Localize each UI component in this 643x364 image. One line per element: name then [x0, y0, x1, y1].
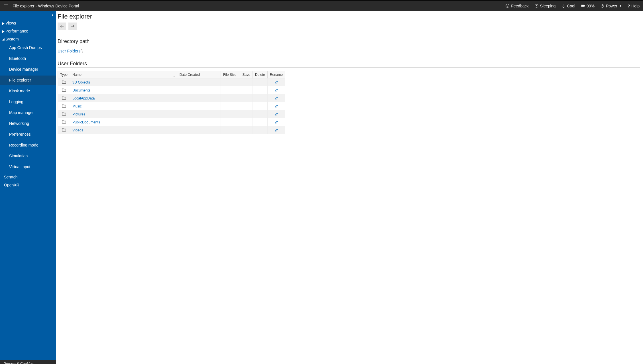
cell-date	[177, 126, 221, 134]
cell-size	[221, 118, 240, 126]
svg-point-2	[508, 5, 508, 5]
privacy-cookies-link[interactable]: Privacy & Cookies	[0, 360, 56, 364]
col-header-save[interactable]: Save	[240, 71, 253, 78]
arrow-left-icon	[60, 25, 64, 28]
nav-scratch[interactable]: Scratch	[0, 173, 56, 181]
cell-save	[240, 78, 253, 87]
table-row: PublicDocuments	[58, 118, 285, 126]
cell-save	[240, 94, 253, 102]
folder-link[interactable]: Videos	[72, 128, 83, 132]
cell-size	[221, 86, 240, 94]
sort-asc-icon: ▲	[173, 75, 175, 78]
feedback-button[interactable]: Feedback	[505, 4, 528, 8]
folder-link[interactable]: Music	[72, 104, 82, 108]
chevron-down-icon: ▼	[619, 5, 622, 7]
cool-label: Cool	[567, 4, 575, 8]
nav-performance[interactable]: ▶Performance	[0, 27, 56, 35]
nav-system-networking[interactable]: Networking	[0, 119, 56, 128]
nav-system-kiosk-mode[interactable]: Kiosk mode	[0, 86, 56, 95]
cell-delete	[253, 118, 267, 126]
nav-performance-label: Performance	[5, 29, 28, 33]
folder-link[interactable]: Pictures	[72, 112, 85, 116]
svg-rect-8	[62, 97, 66, 99]
table-row: Pictures	[58, 110, 285, 118]
cell-delete	[253, 110, 267, 118]
folder-icon	[62, 89, 66, 93]
col-header-name[interactable]: Name▲	[70, 71, 177, 78]
nav-system-logging[interactable]: Logging	[0, 97, 56, 106]
cell-delete	[253, 94, 267, 102]
nav-system-map-manager[interactable]: Map manager	[0, 108, 56, 117]
power-menu[interactable]: Power ▼	[600, 4, 622, 8]
sidebar-collapse-button[interactable]	[51, 13, 54, 17]
thermometer-icon	[561, 4, 565, 8]
rename-button[interactable]	[270, 81, 283, 84]
temperature-status[interactable]: Cool	[561, 4, 575, 8]
cell-date	[177, 86, 221, 94]
nav-openxr[interactable]: OpenXR	[0, 181, 56, 189]
nav-system-file-explorer[interactable]: File explorer	[0, 76, 56, 85]
col-header-name-label: Name	[72, 73, 82, 77]
nav-system-simulation[interactable]: Simulation	[0, 151, 56, 160]
svg-point-1	[507, 5, 507, 5]
feedback-label: Feedback	[511, 4, 528, 8]
nav-system-recording-mode[interactable]: Recording mode	[0, 141, 56, 150]
folder-link[interactable]: LocalAppData	[72, 96, 95, 100]
nav-system-virtual-input[interactable]: Virtual Input	[0, 162, 56, 171]
nav-back-button[interactable]	[58, 23, 66, 30]
table-row: Documents	[58, 86, 285, 94]
breadcrumb-root-link[interactable]: User Folders	[58, 49, 80, 53]
cell-date	[177, 78, 221, 87]
folder-link[interactable]: Documents	[72, 88, 90, 92]
listing-heading: User Folders	[58, 61, 640, 68]
rename-button[interactable]	[270, 129, 283, 132]
svg-rect-11	[62, 121, 66, 123]
cell-date	[177, 102, 221, 110]
nav-system[interactable]: ◢System	[0, 35, 56, 43]
main-content: File explorer Directory path User Folder…	[56, 11, 643, 364]
sidebar: ▶Views ▶Performance ◢System App Crash Du…	[0, 11, 56, 364]
nav-system-device-manager[interactable]: Device manager	[0, 65, 56, 74]
help-label: Help	[631, 4, 640, 8]
nav-system-preferences[interactable]: Preferences	[0, 130, 56, 139]
folder-icon	[62, 129, 66, 133]
table-row: LocalAppData	[58, 94, 285, 102]
cell-size	[221, 126, 240, 134]
col-header-rename[interactable]: Rename	[267, 71, 285, 78]
folder-icon	[62, 81, 66, 85]
sleeping-status[interactable]: Sleeping	[534, 4, 556, 8]
cell-delete	[253, 102, 267, 110]
col-header-date[interactable]: Date Created	[177, 71, 221, 78]
folder-icon	[62, 113, 66, 117]
menu-toggle-button[interactable]	[2, 2, 10, 10]
nav-views[interactable]: ▶Views	[0, 19, 56, 27]
rename-button[interactable]	[270, 89, 283, 92]
nav-openxr-label: OpenXR	[4, 183, 19, 187]
col-header-type[interactable]: Type	[58, 71, 70, 78]
folder-link[interactable]: 3D Objects	[72, 80, 90, 84]
rename-button[interactable]	[270, 97, 283, 100]
svg-rect-4	[584, 5, 585, 6]
cell-size	[221, 102, 240, 110]
rename-button[interactable]	[270, 121, 283, 124]
nav-system-app-crash-dumps[interactable]: App Crash Dumps	[0, 43, 56, 52]
cell-date	[177, 118, 221, 126]
cell-size	[221, 78, 240, 87]
col-header-delete[interactable]: Delete	[253, 71, 267, 78]
cell-delete	[253, 86, 267, 94]
col-header-size[interactable]: File Size	[221, 71, 240, 78]
rename-button[interactable]	[270, 113, 283, 116]
rename-button[interactable]	[270, 105, 283, 108]
table-row: Music	[58, 102, 285, 110]
nav-system-bluetooth[interactable]: Bluetooth	[0, 54, 56, 63]
battery-status[interactable]: 99%	[581, 4, 595, 8]
help-button[interactable]: ? Help	[628, 4, 640, 8]
nav-forward-button[interactable]	[68, 23, 77, 30]
battery-icon	[581, 4, 585, 8]
topbar: File explorer - Windows Device Portal Fe…	[0, 1, 643, 11]
svg-rect-7	[62, 89, 66, 91]
power-label: Power	[606, 4, 617, 8]
nav-system-label: System	[5, 37, 19, 41]
nav-scratch-label: Scratch	[4, 175, 17, 179]
folder-link[interactable]: PublicDocuments	[72, 120, 100, 124]
